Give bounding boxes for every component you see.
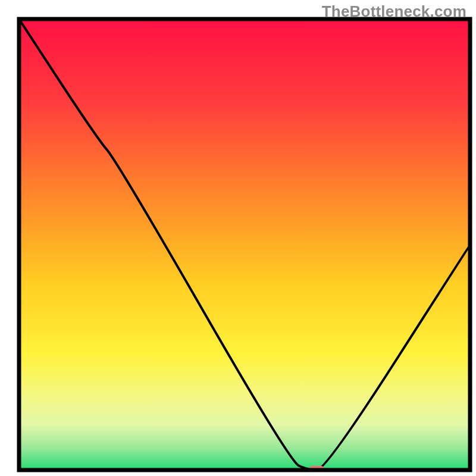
gradient-background (19, 19, 470, 470)
plot-area (19, 19, 470, 474)
bottleneck-chart (0, 0, 476, 476)
watermark-text: TheBottleneck.com (322, 2, 466, 21)
